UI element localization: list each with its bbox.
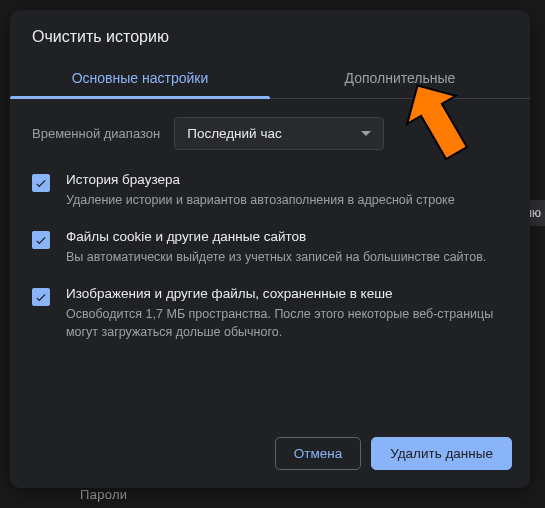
tab-bar: Основные настройки Дополнительные [10,60,530,99]
tab-advanced[interactable]: Дополнительные [270,60,530,98]
clear-history-dialog: Очистить историю Основные настройки Допо… [10,10,530,488]
delete-data-button[interactable]: Удалить данные [371,437,512,470]
checkbox-cached-images[interactable] [32,288,50,306]
check-icon [34,290,48,304]
time-range-dropdown[interactable]: Последний час [174,117,384,150]
checkbox-browsing-history[interactable] [32,174,50,192]
background-item: Пароли [80,487,127,502]
dialog-footer: Отмена Удалить данные [10,423,530,488]
option-description: Освободится 1,7 МБ пространства. После э… [66,305,508,341]
time-range-row: Временной диапазон Последний час [32,117,508,150]
option-description: Вы автоматически выйдете из учетных запи… [66,248,508,266]
time-range-value: Последний час [187,126,282,141]
option-browsing-history: История браузера Удаление истории и вари… [32,172,508,209]
option-title: Файлы cookie и другие данные сайтов [66,229,508,244]
option-cookies: Файлы cookie и другие данные сайтов Вы а… [32,229,508,266]
cancel-button[interactable]: Отмена [275,437,361,470]
option-description: Удаление истории и вариантов автозаполне… [66,191,508,209]
option-cached-images: Изображения и другие файлы, сохраненные … [32,286,508,341]
option-title: История браузера [66,172,508,187]
option-title: Изображения и другие файлы, сохраненные … [66,286,508,301]
check-icon [34,233,48,247]
dialog-title: Очистить историю [10,10,530,60]
chevron-down-icon [361,131,371,136]
check-icon [34,176,48,190]
time-range-label: Временной диапазон [32,126,160,141]
tab-basic[interactable]: Основные настройки [10,60,270,98]
dialog-content: Временной диапазон Последний час История… [10,99,530,423]
checkbox-cookies[interactable] [32,231,50,249]
